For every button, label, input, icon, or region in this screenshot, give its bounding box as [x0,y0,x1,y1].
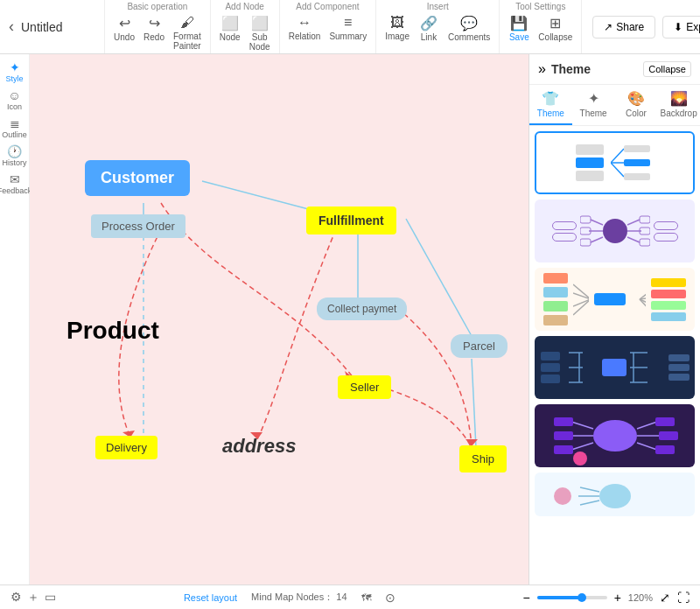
zoom-level: 120% [628,592,653,603]
image-icon: 🖼 [390,15,404,31]
svg-line-56 [637,443,657,450]
back-button[interactable]: ‹ [9,18,14,36]
svg-rect-57 [655,417,675,426]
undo-button[interactable]: ↩Undo [110,13,138,52]
theme-icon: ✦ [588,90,599,107]
feedback-button[interactable]: ✉ Feedback [3,172,27,196]
chevron-right-icon: » [538,61,546,77]
node-button[interactable]: ⬜Node [216,13,244,53]
history-button[interactable]: 🕐 History [3,144,27,168]
format-painter-icon: 🖌 [180,15,194,31]
toolbar-group-add-node: Add Node ⬜Node ⬜Sub Node [211,0,280,53]
export-icon: ⬇ [674,21,682,33]
theme-option-4[interactable] [535,336,695,399]
toolbar-group-insert: Insert 🖼Image 🔗Link 💬Comments [376,0,500,53]
node-process-order[interactable]: Process Order [91,214,186,238]
summary-button[interactable]: ≡Summary [326,13,370,43]
icon-button[interactable]: ☺ Icon [3,88,27,112]
node-ship[interactable]: Ship [459,445,507,472]
toolbar-right: ↗ Share ⬇ Export [582,0,700,53]
side-toolbar: ✦ Style ☺ Icon ≣ Outline 🕐 History ✉ Fee… [0,54,30,584]
group-items-add-component: ↔Relation ≡Summary [285,13,371,43]
add-icon[interactable]: ＋ [27,590,39,606]
relation-button[interactable]: ↔Relation [285,13,325,43]
outline-icon: ≣ [10,116,20,130]
toolbar-group-tool-settings: Tool Settings 💾Save ⊞Collapse [500,0,582,53]
node-collect-payment[interactable]: Collect paymet [317,298,407,320]
comments-icon: 💬 [460,15,478,32]
outline-button[interactable]: ≣ Outline [3,116,27,140]
undo-icon: ↩ [119,15,130,32]
group-label-insert: Insert [427,2,449,11]
svg-rect-58 [659,431,678,440]
feedback-icon: ✉ [10,172,20,186]
share-button[interactable]: ↗ Share [592,16,655,38]
view-icon[interactable]: ▭ [45,590,56,606]
node-fulfillment[interactable]: Fullfillment [306,206,396,234]
svg-rect-15 [624,173,650,180]
zoom-out-button[interactable]: − [522,591,529,605]
svg-line-19 [591,237,603,242]
panel-title: Theme [551,62,591,76]
group-items-basic: ↩Undo ↪Redo 🖌Format Painter [110,13,205,52]
document-title: Untitled [21,20,62,34]
save-button[interactable]: 💾Save [505,13,533,44]
theme-option-1[interactable] [535,131,695,194]
svg-rect-28 [640,239,650,246]
comments-button[interactable]: 💬Comments [444,13,494,44]
panel-tabs: 👕 Theme ✦ Theme 🎨 Color 🌄 Backdrop [529,85,700,126]
collapse-button[interactable]: ⊞Collapse [535,13,576,44]
theme-option-2[interactable] [535,200,695,262]
node-address[interactable]: address [222,435,296,458]
svg-rect-25 [580,239,591,246]
node-delivery[interactable]: Delivery [95,436,158,459]
zoom-handle[interactable] [578,593,586,602]
save-icon: 💾 [510,15,528,32]
sub-node-button[interactable]: ⬜Sub Node [246,13,274,53]
redo-button[interactable]: ↪Redo [140,13,168,52]
settings-icon[interactable]: ⚙ [10,590,22,606]
canvas-area[interactable]: Customer Process Order Fullfillment Coll… [30,54,528,584]
theme-option-5[interactable] [535,404,695,467]
map-icon: 🗺 [361,592,371,603]
tab-backdrop[interactable]: 🌄 Backdrop [657,85,700,125]
export-button[interactable]: ⬇ Export [662,16,700,38]
svg-line-17 [591,220,603,225]
style-button[interactable]: ✦ Style [3,60,27,84]
node-product[interactable]: Product [66,317,159,345]
node-customer[interactable]: Customer [85,160,190,196]
link-icon: 🔗 [420,15,438,32]
theme-option-3[interactable] [535,268,695,331]
zoom-in-button[interactable]: + [614,591,621,605]
backdrop-icon: 🌄 [670,90,688,107]
tab-theme-sidebar[interactable]: 👕 Theme [529,85,572,125]
fullscreen-button[interactable]: ⛶ [677,591,690,605]
theme-option-6[interactable] [535,472,695,516]
svg-rect-59 [655,445,675,454]
svg-point-65 [554,487,571,505]
group-label-basic: Basic operation [127,2,187,11]
toolbar-group-add-component: Add Component ↔Relation ≡Summary [280,0,377,53]
tab-theme[interactable]: ✦ Theme [572,85,615,125]
summary-icon: ≡ [344,15,352,31]
tab-color[interactable]: 🎨 Color [615,85,658,125]
link-button[interactable]: 🔗Link [415,13,443,44]
fit-screen-button[interactable]: ⤢ [660,591,670,605]
reset-layout-button[interactable]: Reset layout [184,592,237,603]
toolbar-groups: Basic operation ↩Undo ↪Redo 🖌Format Pain… [105,0,582,53]
zoom-bar[interactable] [537,596,607,599]
svg-line-48 [571,422,593,429]
group-label-add-component: Add Component [296,2,359,11]
node-icon: ⬜ [221,15,239,32]
node-seller[interactable]: Seller [338,375,391,399]
image-button[interactable]: 🖼Image [382,13,413,44]
svg-line-22 [627,237,640,242]
main-content: ✦ Style ☺ Icon ≣ Outline 🕐 History ✉ Fee… [0,54,700,584]
style-icon: ✦ [10,60,20,74]
svg-line-10 [611,149,624,163]
node-parcel[interactable]: Parcel [451,334,508,358]
svg-line-20 [627,220,640,225]
panel-collapse-button[interactable]: Collapse [643,61,691,77]
format-painter-button[interactable]: 🖌Format Painter [170,13,205,52]
node-count-label: Mind Map Nodes： 14 [251,591,346,604]
